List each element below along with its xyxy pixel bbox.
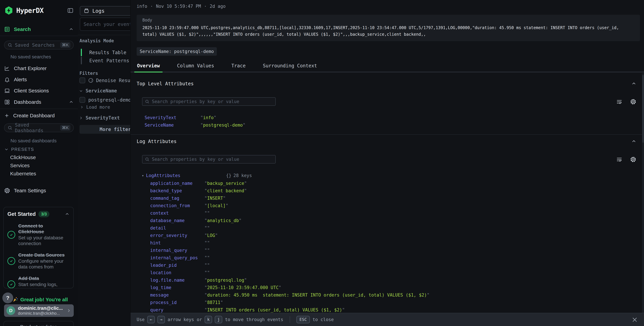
inactive-mode-indicator <box>81 57 82 64</box>
attribute-key[interactable]: message <box>150 292 204 297</box>
gear-icon[interactable] <box>630 99 636 105</box>
step-description: Start sending logs, metrics, or traces <box>18 282 70 288</box>
attribute-key[interactable]: detail <box>150 225 204 230</box>
severity-text: info <box>137 4 147 9</box>
filters-label: Filters <box>80 71 98 76</box>
active-mode-indicator <box>81 49 82 56</box>
log-attributes-search-input[interactable] <box>152 157 273 162</box>
attribute-key[interactable]: ServiceName <box>144 123 200 128</box>
sidebar-item-client-sessions[interactable]: Client Sessions <box>0 87 78 95</box>
preset-dashboard-link[interactable]: Services <box>10 162 30 169</box>
gear-icon[interactable] <box>630 156 636 162</box>
get-started-step-add-data[interactable]: Add Data Start sending logs, metrics, or… <box>8 275 70 288</box>
log-body-text[interactable]: 2025-11-10 23:59:47.000 UTC,postgres,ana… <box>142 25 633 38</box>
attribute-key[interactable]: context <box>150 211 204 216</box>
sidebar-item-dashboards[interactable]: Dashboards <box>0 98 78 106</box>
attribute-key[interactable]: log.file.name <box>150 278 204 283</box>
user-menu[interactable]: D dominic.tran@clic... dominic.tran@clic… <box>4 304 74 317</box>
attribute-key[interactable]: application_name <box>150 181 204 186</box>
servicename-value-label[interactable]: postgresql-demo <box>88 97 130 103</box>
denoise-label: Denoise Results <box>96 78 130 83</box>
sidebar-item-search[interactable]: Search <box>0 25 78 33</box>
service-name-tag[interactable]: ServiceName: postgresql-demo <box>137 47 217 56</box>
attribute-row: connection_from [local] <box>150 202 634 209</box>
tab-overview[interactable]: Overview <box>134 61 162 73</box>
attribute-key[interactable]: query <box>150 307 204 312</box>
attribute-key[interactable]: hint <box>150 240 204 245</box>
attribute-key[interactable]: leader_pid <box>150 263 204 268</box>
scrollbar[interactable] <box>642 73 644 313</box>
attribute-key[interactable]: database_name <box>150 218 204 223</box>
sidebar-item-label: Search <box>14 27 31 32</box>
collapse-sidebar-icon[interactable] <box>67 7 74 14</box>
get-started-header[interactable]: Get Started 3/3 <box>8 211 70 217</box>
attribute-value: 2025-11-10 23:59:47.000 UTC <box>204 285 281 290</box>
attribute-key[interactable]: internal_query <box>150 248 204 253</box>
collapse-triangle-icon[interactable]: ▾ <box>142 173 144 178</box>
preset-dashboard-link[interactable]: Kubernetes <box>10 170 36 177</box>
tab-column-values[interactable]: Column Values <box>174 61 217 73</box>
source-select[interactable]: Logs <box>80 6 130 16</box>
separator-dot: · <box>204 4 207 9</box>
saved-dashboards-input[interactable]: Saved Dashboards ⌘K <box>4 123 74 132</box>
sidebar-item-team-settings[interactable]: Team Settings <box>0 187 78 194</box>
get-started-step-sources[interactable]: Create Data Sources Configure where your… <box>8 252 70 270</box>
step-title: Connect to ClickHouse <box>18 223 70 235</box>
log-attribute-rows: application_name backup_service backend_… <box>150 180 634 313</box>
divider <box>290 316 290 323</box>
attribute-value: postgresql.log <box>204 278 247 283</box>
tab-surrounding-context[interactable]: Surrounding Context <box>260 61 320 73</box>
help-button[interactable]: ? <box>2 292 13 303</box>
wrap-lines-icon[interactable] <box>616 99 622 105</box>
product-updates-card[interactable]: Product updates <box>4 321 74 326</box>
chevron-right-icon <box>79 116 83 120</box>
chevron-down-icon <box>4 147 9 152</box>
event-search-input[interactable] <box>80 18 130 31</box>
get-started-step-connect[interactable]: Connect to ClickHouse Set up your databa… <box>8 223 70 246</box>
attribute-value: INSERT INTO orders (user_id, total) VALU… <box>204 307 345 312</box>
search-icon <box>8 125 12 130</box>
attribute-key[interactable]: backend_type <box>150 188 204 193</box>
user-avatar: D <box>6 306 15 315</box>
attribute-value <box>204 270 210 275</box>
more-filters-button[interactable]: More filters <box>80 125 130 134</box>
scrollbar-thumb[interactable] <box>642 75 644 143</box>
collapse-section-icon[interactable] <box>631 139 636 144</box>
log-attributes-search <box>142 155 276 164</box>
congrats-text: Great job! You're all <box>20 297 68 302</box>
close-icon[interactable] <box>632 316 638 323</box>
filter-group-servicename[interactable]: ServiceName <box>79 88 117 94</box>
mode-results-table[interactable]: Results Table <box>89 49 126 56</box>
tab-trace[interactable]: Trace <box>229 61 248 73</box>
mode-event-patterns[interactable]: Event Patterns <box>89 57 129 64</box>
preset-dashboard-link[interactable]: ClickHouse <box>10 154 36 161</box>
product-updates-label: Product updates <box>20 324 57 326</box>
attribute-value: INSERT <box>204 196 226 201</box>
sidebar-item-chart-explorer[interactable]: Chart Explorer <box>0 65 78 72</box>
presets-toggle[interactable]: PRESETS <box>4 146 34 152</box>
load-more-link[interactable]: Load more <box>80 105 110 110</box>
attribute-key[interactable]: command_tag <box>150 196 204 201</box>
create-dashboard-button[interactable]: Create Dashboard <box>0 112 78 120</box>
wrap-lines-icon[interactable] <box>616 156 622 162</box>
denoise-checkbox[interactable] <box>80 78 85 83</box>
attribute-key[interactable]: SeverityText <box>144 115 200 120</box>
attribute-key[interactable]: connection_from <box>150 203 204 208</box>
attribute-key[interactable]: process_id <box>150 300 204 305</box>
attribute-key[interactable]: error_severity <box>150 233 204 238</box>
attribute-key[interactable]: location <box>150 270 204 275</box>
attribute-key[interactable]: LogAttributes <box>146 173 180 178</box>
sidebar-item-alerts[interactable]: Alerts <box>0 76 78 84</box>
presets-label: PRESETS <box>11 147 34 152</box>
check-circle-icon <box>8 257 15 265</box>
servicename-value-checkbox[interactable] <box>80 97 85 103</box>
attribute-key[interactable]: log_time <box>150 285 204 290</box>
search-icon <box>8 43 12 48</box>
collapse-section-icon[interactable] <box>631 81 636 86</box>
filter-group-severitytext[interactable]: SeverityText <box>79 115 120 121</box>
footer-move-text: to move through events <box>225 317 283 322</box>
saved-searches-input[interactable]: Saved Searches ⌘K <box>4 41 74 50</box>
attribute-key[interactable]: internal_query_pos <box>150 255 204 260</box>
top-level-search-input[interactable] <box>152 99 273 104</box>
esc-key: ESC <box>296 316 310 323</box>
